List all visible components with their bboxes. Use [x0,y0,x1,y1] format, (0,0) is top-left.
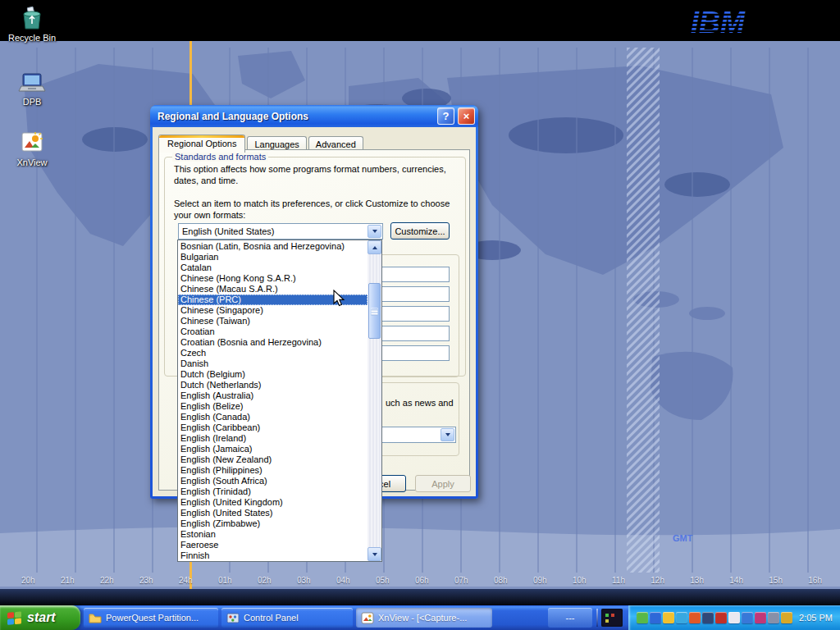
list-item[interactable]: English (Canada) [178,412,368,422]
timezone-label: 12h [651,576,664,585]
taskbar-console-icon[interactable] [601,609,623,627]
timezone-label: 05h [376,576,390,585]
arrow-up-icon [372,246,377,249]
timezone-label: 11h [612,576,625,585]
list-item[interactable]: English (South Africa) [178,476,368,486]
tray-icon[interactable] [768,612,779,623]
list-item[interactable]: Bulgarian [178,252,368,262]
timezone-label: 10h [573,576,587,585]
list-item[interactable]: English (Australia) [178,390,368,401]
list-item[interactable]: English (Caribbean) [178,422,368,433]
tray-icon[interactable] [637,612,648,623]
list-item[interactable]: Dutch (Belgium) [178,369,368,380]
list-item[interactable]: English (Trinidad) [178,486,368,497]
desktop-icon-recycle-bin[interactable]: Recycle Bin [0,5,64,43]
recycle-bin-icon [18,5,46,31]
ibm-logo: IBM [686,3,776,41]
list-item[interactable]: Bosnian (Latin, Bosnia and Herzegovina) [178,241,368,252]
list-item[interactable]: Catalan [178,262,368,273]
list-item[interactable]: Dutch (Netherlands) [178,380,368,390]
list-item[interactable]: Danish [178,358,368,369]
xnview-icon [18,128,46,156]
dialog-title: Regional and Language Options [150,111,437,122]
list-scrollbar[interactable] [368,240,381,561]
scroll-thumb[interactable] [368,283,381,339]
timezone-label: 02h [258,576,272,585]
location-text-fragment: uch as news and [386,397,454,409]
timezone-label: 21h [61,576,75,585]
language-dropdown-list: Bosnian (Latin, Bosnia and Herzegovina) … [177,240,382,562]
desktop-icon-label: DPB [21,97,43,107]
taskbar-separator [596,609,598,627]
list-item[interactable]: Finnish [178,550,368,561]
tray-icon[interactable] [689,612,701,623]
taskbar-task-control-panel[interactable]: Control Panel [221,608,353,628]
tray-icon[interactable] [663,612,674,623]
list-item[interactable]: English (New Zealand) [178,454,368,465]
task-label: Control Panel [244,613,299,623]
combobox-dropdown-button[interactable] [441,428,454,441]
tray-icon[interactable] [676,612,687,623]
control-panel-icon [226,612,240,624]
tray-icon-row [637,612,792,623]
list-item[interactable]: Czech [178,348,368,358]
desktop-icon-label: Recycle Bin [7,33,57,43]
timezone-label: 13h [690,576,704,585]
timezone-label: 07h [454,576,468,585]
arrow-down-icon [372,553,377,556]
apply-button: Apply [415,475,471,492]
timezone-label: 09h [533,576,547,585]
taskbar-deskband[interactable]: --- [548,608,592,628]
timezone-label: 15h [769,576,783,585]
timezone-label: 08h [494,576,508,585]
list-item[interactable]: English (United States) [178,508,368,518]
desktop-icon-dpb[interactable]: DPB [0,71,64,107]
tray-icon[interactable] [728,612,740,623]
timezone-label: 14h [729,576,743,585]
timezone-label: 24h [179,576,193,585]
list-item[interactable]: English (Belize) [178,401,368,412]
taskbar-task-xnview[interactable]: XnView - [<Capture-... [356,608,492,628]
windows-flag-icon [7,610,23,626]
taskbar-clock[interactable]: 2:05 PM [799,605,833,630]
taskbar-task-powerquest[interactable]: PowerQuest Partition... [84,608,218,628]
task-label: XnView - [<Capture-... [378,613,467,623]
list-item[interactable]: English (Zimbabwe) [178,518,368,529]
scroll-down-button[interactable] [368,547,381,561]
list-item[interactable]: Chinese (Taiwan) [178,316,368,326]
customize-button[interactable]: Customize... [390,222,450,240]
tray-icon[interactable] [715,612,727,623]
list-item[interactable]: Faeroese [178,540,368,550]
xnview-icon [361,612,374,624]
help-button[interactable]: ? [437,107,454,125]
tray-icon[interactable] [781,612,792,623]
dialog-title-bar[interactable]: Regional and Language Options ? × [150,105,478,127]
close-button[interactable]: × [458,107,475,125]
desktop-icon-xnview[interactable]: XnView [0,128,64,167]
list-item[interactable]: English (United Kingdom) [178,497,368,508]
list-item[interactable]: Chinese (Hong Kong S.A.R.) [178,273,368,284]
list-item[interactable]: Croatian (Bosnia and Herzegovina) [178,337,368,348]
format-combobox-value: English (United States) [179,226,367,236]
format-combobox[interactable]: English (United States) [178,223,383,240]
scroll-up-button[interactable] [368,240,381,254]
timezone-label: 20h [21,576,35,585]
combobox-dropdown-button[interactable] [368,225,381,238]
timezone-label: 16h [808,576,822,585]
timezone-label: 01h [218,576,232,585]
timezone-label: 06h [415,576,429,585]
list-item[interactable]: English (Jamaica) [178,444,368,454]
tray-icon[interactable] [650,612,661,623]
list-item[interactable]: English (Ireland) [178,433,368,444]
tray-icon[interactable] [702,612,714,623]
list-item[interactable]: English (Philippines) [178,465,368,476]
tab-regional-options[interactable]: Regional Options [158,135,245,153]
start-button[interactable]: start [0,605,80,630]
list-item[interactable]: Croatian [178,326,368,337]
desktop: 20h 21h 22h 23h 24h 01h 02h 03h 04h 05h … [0,0,840,630]
tray-icon[interactable] [755,612,766,623]
timezone-label: 23h [139,576,153,585]
chevron-down-icon [372,230,377,233]
tray-icon[interactable] [742,612,753,623]
list-item[interactable]: Estonian [178,529,368,540]
